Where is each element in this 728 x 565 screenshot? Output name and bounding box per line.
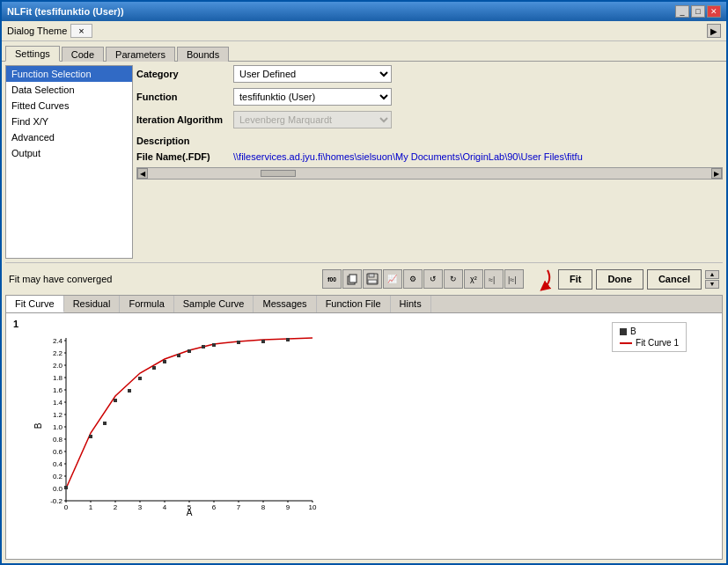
cancel-button[interactable]: Cancel — [647, 269, 702, 290]
svg-text:0.8: 0.8 — [53, 436, 63, 444]
main-window: NLFit (tesfifunktio (User)) _ □ ✕ Dialog… — [0, 0, 728, 565]
function-select[interactable]: tesfifunktio (User) — [233, 88, 392, 106]
svg-text:6: 6 — [212, 503, 217, 511]
bottom-area: Fit Curve Residual Formula Sample Curve … — [5, 295, 723, 560]
svg-text:9: 9 — [286, 503, 290, 511]
save-button[interactable] — [363, 269, 382, 289]
hscroll-thumb[interactable] — [261, 170, 296, 177]
legend-fit-label: Fit Curve 1 — [636, 338, 679, 348]
settings-button[interactable]: ⚙ — [403, 269, 423, 289]
category-row: Category User Defined Growth/Sigmoidal E… — [136, 65, 723, 83]
svg-text:2.2: 2.2 — [53, 349, 63, 357]
menu-item-advanced[interactable]: Advanced — [6, 129, 132, 145]
status-toolbar: Fit may have converged f00 📈 ⚙ ↺ — [5, 262, 723, 295]
tab-function-file[interactable]: Function File — [317, 296, 391, 312]
svg-text:1.4: 1.4 — [53, 399, 63, 407]
filename-value: \\fileservices.ad.jyu.fi\homes\sielsuon\… — [233, 151, 583, 162]
undo2-button[interactable]: ↻ — [444, 269, 463, 289]
svg-text:0.4: 0.4 — [53, 460, 63, 468]
svg-text:1.2: 1.2 — [53, 411, 63, 419]
dialog-theme-tab-label: × — [78, 26, 84, 36]
svg-text:|≈|: |≈| — [508, 275, 517, 284]
description-label: Description — [136, 136, 233, 146]
dialog-theme-tab[interactable]: × — [70, 24, 92, 38]
title-controls: _ □ ✕ — [675, 5, 721, 18]
copy-button[interactable] — [342, 269, 362, 289]
maximize-button[interactable]: □ — [691, 5, 705, 18]
tab-settings[interactable]: Settings — [5, 46, 60, 62]
svg-text:≈|: ≈| — [489, 275, 495, 284]
svg-text:8: 8 — [261, 503, 266, 511]
chisq-button[interactable]: χ² — [464, 269, 483, 289]
svg-text:7: 7 — [237, 503, 241, 511]
hscroll-track — [148, 170, 711, 177]
dialog-theme-label: Dialog Theme — [7, 26, 67, 36]
data-point — [188, 349, 191, 353]
up-down-buttons: ▲ ▼ — [705, 270, 719, 289]
svg-text:1.6: 1.6 — [53, 386, 63, 394]
iteration-row: Iteration Algorithm Levenberg Marquardt — [136, 111, 723, 128]
svg-text:1: 1 — [89, 503, 93, 511]
menu-item-find-xy[interactable]: Find X/Y — [6, 114, 132, 129]
menu-item-function-selection[interactable]: Function Selection — [6, 66, 132, 82]
tab-sample-curve[interactable]: Sample Curve — [174, 296, 254, 312]
scroll-right-btn[interactable]: ▶ — [711, 168, 722, 179]
approx1-button[interactable]: ≈| — [484, 269, 504, 289]
settings-panel: Function Selection Data Selection Fitted… — [5, 65, 723, 259]
scroll-down-btn[interactable]: ▼ — [705, 280, 719, 289]
chart1-button[interactable]: 📈 — [383, 269, 402, 289]
svg-text:4: 4 — [163, 503, 167, 511]
svg-text:2: 2 — [114, 503, 118, 511]
minimize-button[interactable]: _ — [675, 5, 689, 18]
category-select[interactable]: User Defined Growth/Sigmoidal Exponentia… — [233, 65, 392, 83]
f00-button[interactable]: f00 — [322, 269, 342, 289]
description-row: Description — [136, 134, 723, 146]
tab-formula[interactable]: Formula — [120, 296, 173, 312]
chart-area: 1 B Fit Curve 1 — [6, 313, 722, 559]
done-button[interactable]: Done — [596, 269, 643, 290]
data-point — [114, 399, 117, 402]
dialog-theme-arrow[interactable]: ▶ — [707, 24, 721, 38]
left-menu-list: Function Selection Data Selection Fitted… — [5, 65, 133, 259]
tab-fit-curve[interactable]: Fit Curve — [6, 296, 64, 312]
window-title: NLFit (tesfifunktio (User)) — [7, 6, 124, 17]
svg-text:-0.2: -0.2 — [50, 497, 63, 505]
data-point — [177, 354, 180, 357]
filename-label: File Name(.FDF) — [136, 151, 233, 162]
red-arrow-icon — [526, 265, 555, 293]
fit-button[interactable]: Fit — [558, 269, 592, 290]
main-content: Function Selection Data Selection Fitted… — [2, 62, 726, 563]
scroll-left-btn[interactable]: ◀ — [137, 168, 148, 179]
bottom-tab-strip: Fit Curve Residual Formula Sample Curve … — [6, 296, 722, 313]
scroll-up-btn[interactable]: ▲ — [705, 270, 719, 279]
menu-item-fitted-curves[interactable]: Fitted Curves — [6, 98, 132, 114]
iteration-select[interactable]: Levenberg Marquardt — [233, 111, 392, 128]
svg-text:2.0: 2.0 — [53, 362, 63, 370]
data-point — [64, 486, 68, 489]
dialog-theme-bar: Dialog Theme × ▶ — [2, 21, 726, 41]
tab-residual[interactable]: Residual — [64, 296, 121, 312]
menu-item-output[interactable]: Output — [6, 145, 132, 161]
menu-item-data-selection[interactable]: Data Selection — [6, 82, 132, 98]
tab-hints[interactable]: Hints — [391, 296, 431, 312]
svg-text:0: 0 — [64, 503, 69, 511]
svg-rect-3 — [369, 274, 374, 277]
fit-curve-line — [66, 338, 313, 488]
legend-fit: Fit Curve 1 — [620, 338, 679, 348]
tab-parameters[interactable]: Parameters — [106, 47, 175, 62]
svg-rect-4 — [368, 280, 377, 283]
close-button[interactable]: ✕ — [707, 5, 721, 18]
tab-code[interactable]: Code — [62, 47, 104, 62]
approx2-button[interactable]: |≈| — [504, 269, 524, 289]
tab-bounds[interactable]: Bounds — [177, 47, 229, 62]
svg-text:0.2: 0.2 — [53, 473, 63, 481]
filename-row: File Name(.FDF) \\fileservices.ad.jyu.fi… — [136, 151, 723, 162]
svg-rect-1 — [349, 275, 357, 282]
chart-svg: B A -0.2 0.0 0.2 0.4 0.6 — [31, 329, 330, 523]
hscrollbar[interactable]: ◀ ▶ — [136, 167, 723, 180]
title-bar: NLFit (tesfifunktio (User)) _ □ ✕ — [2, 2, 726, 21]
undo1-button[interactable]: ↺ — [423, 269, 443, 289]
tab-messages[interactable]: Messages — [254, 296, 316, 312]
legend-fit-marker — [620, 342, 632, 344]
data-point — [286, 338, 290, 341]
